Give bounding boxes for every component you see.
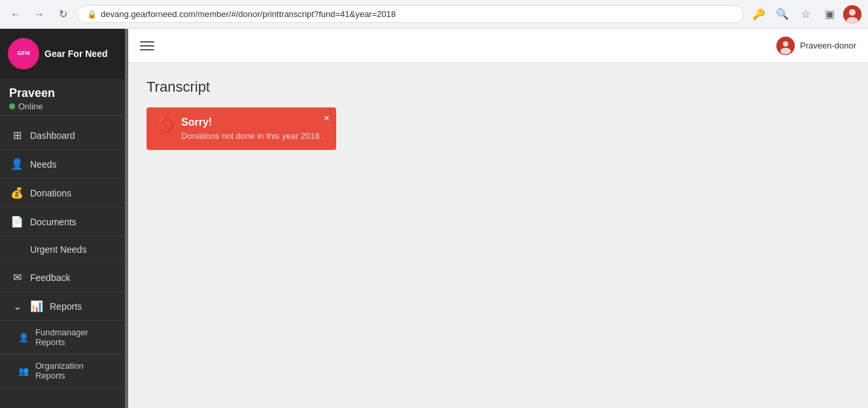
sidebar-item-needs[interactable]: 👤 Needs: [0, 150, 125, 179]
needs-icon: 👤: [10, 158, 24, 170]
sidebar-item-reports[interactable]: ⌄ 📊 Reports: [0, 292, 125, 321]
sidebar-item-label: Needs: [30, 159, 56, 170]
alert-icon: 🚫: [157, 117, 173, 133]
sidebar-user-section: Praveen Online: [0, 79, 125, 116]
page-body: Transcript 🚫 Sorry! Donations not done i…: [128, 63, 868, 408]
sidebar-item-label: Documents: [30, 217, 77, 227]
sidebar-item-label: Donations: [30, 188, 71, 198]
main-content: Praveen-donor Transcript 🚫 Sorry! Donati…: [128, 29, 868, 408]
fundmanager-icon: 👤: [18, 333, 29, 343]
sidebar-sub-item-label: Organization Reports: [35, 361, 114, 380]
documents-icon: 📄: [10, 215, 24, 228]
sidebar-item-label: Reports: [50, 301, 82, 312]
svg-text:GFN: GFN: [18, 50, 30, 56]
alert-message: Donations not done in this year 2018 .: [181, 131, 326, 141]
browser-reload-button[interactable]: ↻: [54, 5, 72, 24]
status-label: Online: [18, 102, 43, 111]
reports-icon: 📊: [30, 300, 43, 312]
sidebar-wrapper: GFN Gear For Need Praveen Online ⊞ Dashb…: [0, 29, 128, 408]
feedback-icon: ✉: [10, 271, 24, 284]
svg-point-6: [783, 41, 788, 46]
alert-box: 🚫 Sorry! Donations not done in this year…: [147, 107, 336, 150]
sidebar-status: Online: [9, 102, 116, 111]
app-container: GFN Gear For Need Praveen Online ⊞ Dashb…: [0, 29, 868, 408]
topbar-right: Praveen-donor: [776, 37, 856, 55]
topbar-username: Praveen-donor: [800, 41, 856, 50]
page-title: Transcript: [147, 79, 850, 96]
sidebar-item-label: Urgent Needs: [30, 244, 86, 255]
sidebar-username: Praveen: [9, 86, 116, 100]
sidebar-header: GFN Gear For Need: [0, 29, 125, 79]
browser-icons: 🔑 🔍 ☆ ▣: [749, 5, 861, 24]
browser-key-icon[interactable]: 🔑: [749, 5, 769, 24]
sidebar-item-organization-reports[interactable]: 👥 Organization Reports: [0, 354, 125, 388]
browser-url: devang.gearforneed.com/member/#/donor/pr…: [101, 9, 396, 19]
sidebar-item-label: Feedback: [30, 272, 70, 283]
alert-content: Sorry! Donations not done in this year 2…: [181, 117, 326, 141]
app-name: Gear For Need: [44, 48, 107, 60]
sidebar-item-dashboard[interactable]: ⊞ Dashboard: [0, 121, 125, 150]
alert-title: Sorry!: [181, 117, 326, 128]
browser-back-button[interactable]: ←: [7, 5, 25, 24]
topbar-user-image: [776, 37, 795, 55]
browser-chrome: ← → ↻ 🔒 devang.gearforneed.com/member/#/…: [0, 0, 868, 29]
svg-point-1: [849, 9, 856, 16]
hamburger-line-2: [140, 45, 154, 46]
browser-address-bar[interactable]: 🔒 devang.gearforneed.com/member/#/donor/…: [77, 5, 744, 23]
hamburger-menu-button[interactable]: [140, 41, 154, 50]
sidebar-item-feedback[interactable]: ✉ Feedback: [0, 263, 125, 292]
browser-search-icon[interactable]: 🔍: [773, 5, 792, 24]
status-dot: [9, 103, 15, 109]
donations-icon: 💰: [10, 187, 24, 199]
alert-close-button[interactable]: ×: [324, 113, 330, 124]
sidebar-right-bar: [125, 29, 128, 408]
browser-forward-button[interactable]: →: [30, 5, 48, 24]
sidebar-item-fundmanager-reports[interactable]: 👤 Fundmanager Reports: [0, 321, 125, 354]
sidebar-sub-item-label: Fundmanager Reports: [35, 327, 114, 347]
dashboard-icon: ⊞: [10, 129, 24, 141]
hamburger-line-3: [140, 49, 154, 50]
hamburger-line-1: [140, 41, 154, 43]
sidebar-item-urgent-needs[interactable]: Urgent Needs: [0, 236, 125, 263]
sidebar-item-donations[interactable]: 💰 Donations: [0, 179, 125, 208]
topbar: Praveen-donor: [128, 29, 868, 63]
lock-icon: 🔒: [87, 10, 97, 19]
sidebar-nav: ⊞ Dashboard 👤 Needs 💰 Donations 📄 Docume…: [0, 116, 125, 408]
sidebar: GFN Gear For Need Praveen Online ⊞ Dashb…: [0, 29, 125, 408]
browser-star-icon[interactable]: ☆: [796, 5, 816, 24]
sidebar-item-documents[interactable]: 📄 Documents: [0, 208, 125, 236]
organization-icon: 👥: [18, 366, 29, 376]
app-logo: GFN: [8, 38, 39, 69]
browser-profile-avatar[interactable]: [843, 5, 861, 24]
sidebar-item-label: Dashboard: [30, 130, 75, 141]
browser-layout-icon[interactable]: ▣: [820, 5, 839, 24]
svg-point-7: [780, 48, 791, 54]
reports-chevron-icon: ⌄: [10, 300, 24, 312]
